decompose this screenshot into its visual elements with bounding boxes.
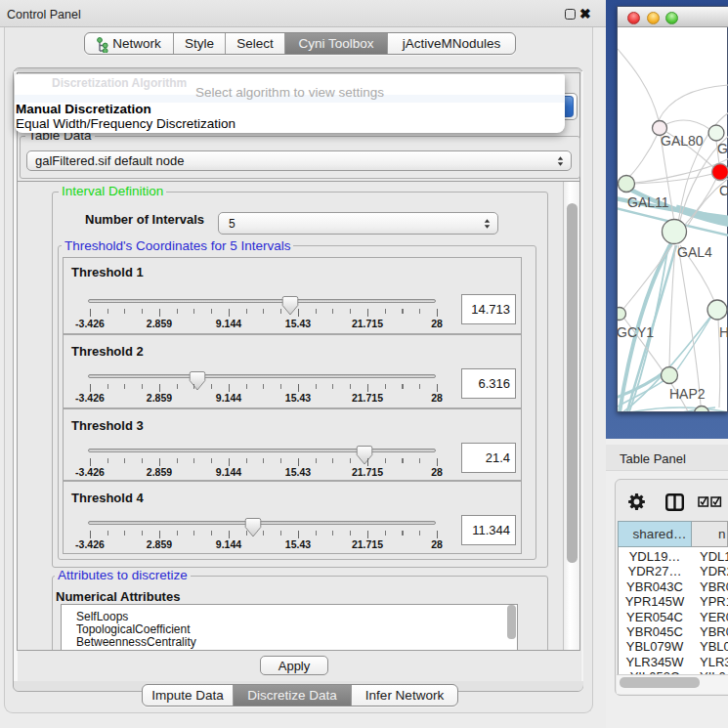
svg-text:C: C (719, 183, 728, 198)
svg-text:GAL4: GAL4 (677, 244, 712, 260)
svg-text:GA: GA (717, 141, 728, 156)
svg-text:H: H (719, 324, 728, 340)
svg-text:GAL80: GAL80 (661, 133, 704, 149)
svg-text:GAL11: GAL11 (627, 194, 669, 210)
svg-text:GCY1: GCY1 (618, 324, 654, 340)
svg-text:HAP2: HAP2 (669, 386, 706, 402)
